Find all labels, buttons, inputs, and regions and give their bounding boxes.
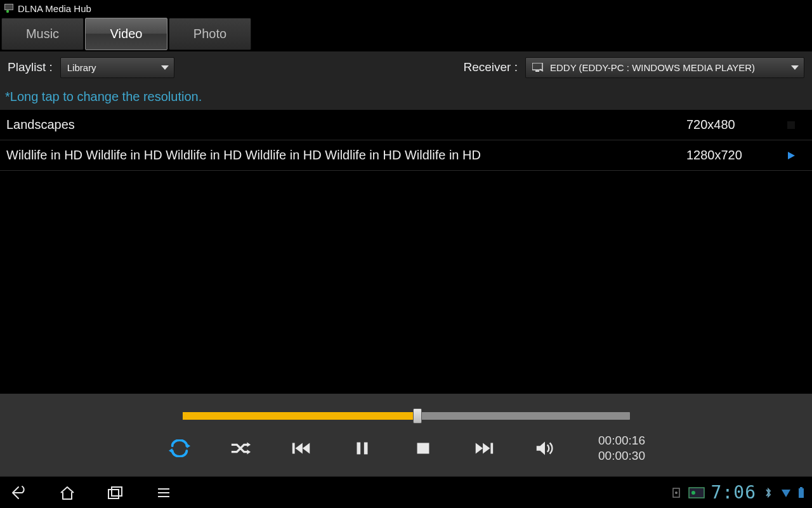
playlist-dropdown[interactable]: Library <box>60 57 174 78</box>
battery-icon <box>798 487 804 498</box>
svg-point-28 <box>691 491 695 495</box>
repeat-button[interactable] <box>167 436 192 461</box>
sdcard-icon <box>688 487 705 498</box>
svg-rect-31 <box>800 487 802 488</box>
time-total: 00:00:30 <box>598 448 645 464</box>
play-icon <box>787 151 796 160</box>
svg-rect-21 <box>112 487 122 496</box>
tab-photo[interactable]: Photo <box>169 18 251 50</box>
svg-marker-12 <box>303 443 310 454</box>
svg-marker-6 <box>187 443 190 448</box>
menu-button[interactable] <box>152 481 175 504</box>
svg-point-26 <box>675 491 678 494</box>
svg-marker-19 <box>537 442 545 455</box>
titlebar: DLNA Media Hub <box>0 0 812 17</box>
playback-controls: 00:00:16 00:00:30 <box>0 394 812 476</box>
tab-label: Music <box>26 27 59 41</box>
app-title: DLNA Media Hub <box>18 3 91 14</box>
tab-video[interactable]: Video <box>85 18 167 50</box>
svg-rect-20 <box>108 490 119 498</box>
pause-button[interactable] <box>350 436 375 461</box>
stop-icon <box>787 121 795 129</box>
svg-rect-30 <box>799 488 804 498</box>
transport-buttons: 00:00:16 00:00:30 <box>0 433 812 464</box>
wifi-icon <box>780 487 792 498</box>
seek-fill <box>183 412 418 420</box>
next-button[interactable] <box>471 436 497 461</box>
item-indicator <box>782 151 801 160</box>
playlist-group: Playlist : Library <box>8 57 174 78</box>
playlist-value: Library <box>67 62 96 73</box>
recent-apps-button[interactable] <box>104 481 127 504</box>
time-display: 00:00:16 00:00:30 <box>598 433 645 464</box>
tab-label: Photo <box>193 27 226 41</box>
svg-marker-8 <box>247 443 251 448</box>
item-title: Landscapes <box>6 117 686 132</box>
home-button[interactable] <box>56 481 79 504</box>
svg-marker-9 <box>247 450 251 455</box>
chevron-down-icon <box>791 65 799 70</box>
svg-marker-7 <box>169 448 173 453</box>
tab-bar: Music Video Photo <box>0 17 812 51</box>
svg-rect-1 <box>5 4 13 10</box>
svg-rect-10 <box>292 443 295 454</box>
receiver-label: Receiver : <box>463 60 518 74</box>
seek-thumb[interactable] <box>413 408 422 424</box>
item-resolution: 1280x720 <box>686 148 782 163</box>
system-bar: 7:06 <box>0 476 812 508</box>
svg-marker-17 <box>483 443 490 454</box>
content-filler <box>0 171 812 394</box>
receiver-value: EDDY (EDDY-PC : WINDOWS MEDIA PLAYER) <box>550 62 755 73</box>
svg-marker-29 <box>782 490 790 497</box>
time-elapsed: 00:00:16 <box>598 433 645 448</box>
svg-rect-4 <box>535 70 539 72</box>
stop-button[interactable] <box>410 436 436 461</box>
svg-rect-14 <box>364 443 368 455</box>
item-title: Wildlife in HD Wildlife in HD Wildlife i… <box>6 148 686 163</box>
chevron-down-icon <box>161 65 169 70</box>
previous-button[interactable] <box>289 436 314 461</box>
media-list: Landscapes 720x480 Wildlife in HD Wildli… <box>0 110 812 171</box>
app-icon <box>4 3 14 13</box>
usb-icon <box>671 487 682 498</box>
back-button[interactable] <box>8 481 30 504</box>
svg-marker-5 <box>788 152 795 159</box>
seek-slider[interactable] <box>183 410 630 422</box>
monitor-icon <box>532 63 544 72</box>
list-item[interactable]: Landscapes 720x480 <box>0 110 812 140</box>
svg-rect-13 <box>357 443 361 455</box>
item-indicator <box>782 121 801 129</box>
svg-rect-27 <box>689 488 704 498</box>
list-item[interactable]: Wildlife in HD Wildlife in HD Wildlife i… <box>0 140 812 171</box>
svg-rect-15 <box>417 443 429 454</box>
playlist-label: Playlist : <box>8 60 53 74</box>
volume-button[interactable] <box>532 436 558 461</box>
bluetooth-icon <box>763 487 774 498</box>
item-resolution: 720x480 <box>686 117 782 132</box>
resolution-hint: *Long tap to change the resolution. <box>0 83 812 110</box>
svg-marker-16 <box>476 443 483 454</box>
svg-marker-11 <box>296 443 303 454</box>
receiver-dropdown[interactable]: EDDY (EDDY-PC : WINDOWS MEDIA PLAYER) <box>525 57 804 78</box>
svg-rect-18 <box>490 443 493 454</box>
svg-rect-3 <box>532 63 542 70</box>
tab-label: Video <box>110 27 143 41</box>
clock[interactable]: 7:06 <box>711 482 756 503</box>
selector-bar: Playlist : Library Receiver : EDDY (EDDY… <box>0 51 812 83</box>
svg-point-2 <box>6 10 9 13</box>
shuffle-button[interactable] <box>228 436 253 461</box>
receiver-group: Receiver : EDDY (EDDY-PC : WINDOWS MEDIA… <box>463 57 804 78</box>
tab-music[interactable]: Music <box>1 18 84 50</box>
